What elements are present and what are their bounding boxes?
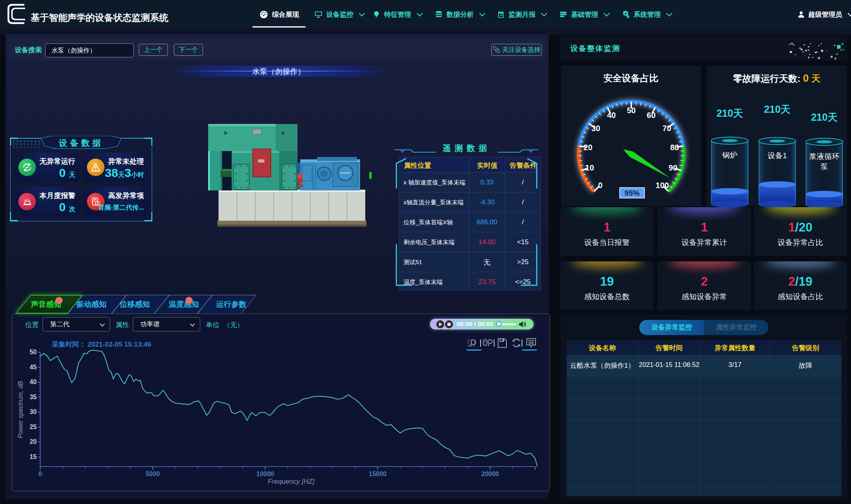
svg-text:90: 90 — [668, 163, 677, 172]
svg-text:100: 100 — [656, 181, 669, 190]
svg-text:0: 0 — [598, 181, 603, 190]
svg-text:70: 70 — [662, 124, 671, 133]
svg-text:30: 30 — [591, 124, 600, 133]
svg-text:50: 50 — [627, 106, 636, 115]
svg-text:20: 20 — [583, 143, 592, 152]
svg-text:60: 60 — [647, 111, 656, 120]
svg-text:40: 40 — [607, 111, 616, 120]
svg-text:80: 80 — [670, 143, 679, 152]
svg-text:10: 10 — [585, 163, 594, 172]
